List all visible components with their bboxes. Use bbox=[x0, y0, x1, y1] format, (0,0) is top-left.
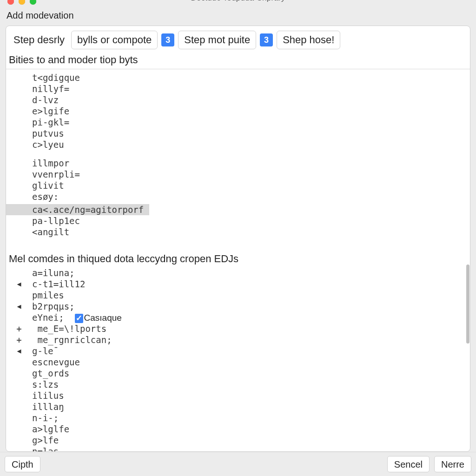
code-line[interactable]: ◀c-t1=ill12 bbox=[6, 278, 470, 290]
code-content: g-le¯ bbox=[32, 345, 470, 357]
code-line[interactable]: illlaŋ bbox=[6, 401, 470, 412]
minimize-icon[interactable] bbox=[19, 0, 25, 5]
zoom-icon[interactable] bbox=[30, 0, 36, 5]
gutter: + bbox=[6, 334, 32, 345]
code-line[interactable]: n-i-; bbox=[6, 412, 470, 423]
code-content: vvenrpli= bbox=[32, 169, 470, 180]
code-line[interactable]: nillyf= bbox=[6, 83, 470, 94]
scrollbar-thumb[interactable] bbox=[466, 264, 469, 344]
code-line[interactable]: ca<.ace/ng=agitorporf bbox=[6, 204, 149, 215]
footer-left-button[interactable]: Cipth bbox=[5, 456, 40, 472]
code-content: esøy: bbox=[32, 191, 470, 202]
code-content: me_E=\!lports bbox=[32, 323, 470, 334]
blank-line bbox=[6, 150, 470, 158]
code-content: d-lvz bbox=[32, 94, 470, 106]
code-content: ililus bbox=[32, 390, 470, 401]
fold-caret-icon[interactable]: ◀ bbox=[17, 278, 21, 290]
code-content: putvus bbox=[32, 128, 470, 139]
step-button-2[interactable]: Step mot puite bbox=[178, 31, 256, 49]
code-line[interactable]: g>lfe bbox=[6, 435, 470, 446]
code-line[interactable]: putvus bbox=[6, 128, 470, 139]
code-line[interactable]: ◀g-le¯ bbox=[6, 345, 470, 357]
code-line[interactable]: eYnei; ✓Casıaque bbox=[6, 312, 470, 323]
window-title: Doctude Toupuda Criprary bbox=[191, 0, 285, 3]
autocomplete-chip[interactable]: ✓ bbox=[75, 314, 83, 323]
diff-add-icon: + bbox=[16, 323, 21, 334]
code-line[interactable]: <angilt bbox=[6, 226, 470, 238]
code-content: pi-gkl= bbox=[32, 117, 470, 128]
gutter: + bbox=[6, 323, 32, 334]
code-line[interactable]: vvenrpli= bbox=[6, 169, 470, 180]
code-line[interactable]: d-lvz bbox=[6, 94, 470, 106]
code-content: me_rgnriϲlcan; bbox=[32, 334, 470, 345]
main-panel: Step desrly bylls or compote 3 Step mot … bbox=[6, 26, 470, 452]
code-content: a>lglfe bbox=[32, 423, 470, 435]
gutter: ◀ bbox=[6, 278, 32, 290]
fold-caret-icon[interactable]: ◀ bbox=[17, 345, 21, 357]
code-line[interactable]: a=iluna; bbox=[6, 267, 470, 278]
code-line[interactable]: a>lglfe bbox=[6, 423, 470, 435]
code-content: pa-llp1ec bbox=[32, 215, 470, 226]
diff-add-icon: + bbox=[16, 334, 21, 345]
code-content: c>lyeu bbox=[32, 139, 470, 150]
code-line[interactable]: pa-llp1ec bbox=[6, 215, 470, 226]
code-line[interactable]: n=las bbox=[6, 446, 470, 451]
code-line[interactable]: escnevgue bbox=[6, 357, 470, 368]
code-content: c-t1=ill12 bbox=[32, 278, 470, 290]
step-label: Step desrly bbox=[11, 32, 67, 48]
step-button-1[interactable]: bylls or compote bbox=[71, 31, 158, 49]
code-content: glivit bbox=[32, 180, 470, 191]
step-button-3[interactable]: Shep hose! bbox=[277, 31, 340, 49]
titlebar: Doctude Toupuda Criprary bbox=[0, 0, 476, 7]
code-area-wrap: t<gdigquenillyf=d-lvze>lgifepi-gkl=putvu… bbox=[6, 69, 470, 451]
code-content: pmiles bbox=[32, 290, 470, 301]
code-content: eYnei; ✓Casıaque bbox=[32, 312, 470, 324]
code-line[interactable]: glivit bbox=[6, 180, 470, 191]
code-content: gt_ords bbox=[32, 368, 470, 379]
section-2-caption: Mel comdes in thiqued dota leccydng crop… bbox=[6, 251, 470, 267]
code-content: e>lgife bbox=[32, 106, 470, 117]
code-content: s:lzs bbox=[32, 379, 470, 390]
code-content: t<gdigque bbox=[32, 72, 470, 83]
code-content: ca<.ace/ng=agitorporf bbox=[32, 204, 144, 215]
cancel-button[interactable]: Sencel bbox=[387, 456, 430, 472]
code-content: n=las bbox=[32, 446, 470, 451]
code-content: n-i-; bbox=[32, 412, 470, 423]
code-line[interactable]: esøy: bbox=[6, 191, 470, 202]
page-subtitle: Add modevation bbox=[0, 7, 476, 22]
code-line[interactable]: pi-gkl= bbox=[6, 117, 470, 128]
code-line[interactable]: illmpor bbox=[6, 158, 470, 169]
code-line[interactable]: c>lyeu bbox=[6, 139, 470, 150]
code-line[interactable]: ililus bbox=[6, 390, 470, 401]
footer: Cipth Sencel Nerre bbox=[0, 452, 476, 476]
code-content: illlaŋ bbox=[32, 401, 470, 412]
autocomplete-label: Casıaque bbox=[84, 313, 122, 323]
code-line[interactable]: e>lgife bbox=[6, 106, 470, 117]
next-button[interactable]: Nerre bbox=[434, 456, 471, 472]
code-content: <angilt bbox=[32, 226, 470, 238]
code-line[interactable]: s:lzs bbox=[6, 379, 470, 390]
code-content: b2rpqμs; bbox=[32, 301, 470, 312]
code-content: nillyf= bbox=[32, 83, 470, 94]
code-content: escnevgue bbox=[32, 357, 470, 368]
step-badge-1: 3 bbox=[161, 33, 174, 46]
blank-line bbox=[6, 238, 470, 251]
step-bar: Step desrly bylls or compote 3 Step mot … bbox=[6, 26, 470, 52]
code-area[interactable]: t<gdigquenillyf=d-lvze>lgifepi-gkl=putvu… bbox=[6, 69, 470, 451]
code-line[interactable]: t<gdigque bbox=[6, 72, 470, 83]
gutter: ◀ bbox=[6, 345, 32, 357]
close-icon[interactable] bbox=[7, 0, 14, 5]
traffic-lights bbox=[7, 0, 36, 5]
code-content: g>lfe bbox=[32, 435, 470, 446]
section-1-caption: Bities to and moder tiop byts bbox=[6, 52, 470, 69]
code-line[interactable]: + me_E=\!lports bbox=[6, 323, 470, 334]
window: Doctude Toupuda Criprary Add modevation … bbox=[0, 0, 476, 476]
code-line[interactable]: ◀b2rpqμs; bbox=[6, 301, 470, 312]
gutter: ◀ bbox=[6, 301, 32, 312]
code-line[interactable]: gt_ords bbox=[6, 368, 470, 379]
step-badge-2: 3 bbox=[260, 33, 273, 46]
code-content: illmpor bbox=[32, 158, 470, 169]
code-line[interactable]: + me_rgnriϲlcan; bbox=[6, 334, 470, 345]
code-line[interactable]: pmiles bbox=[6, 290, 470, 301]
fold-caret-icon[interactable]: ◀ bbox=[17, 301, 21, 312]
